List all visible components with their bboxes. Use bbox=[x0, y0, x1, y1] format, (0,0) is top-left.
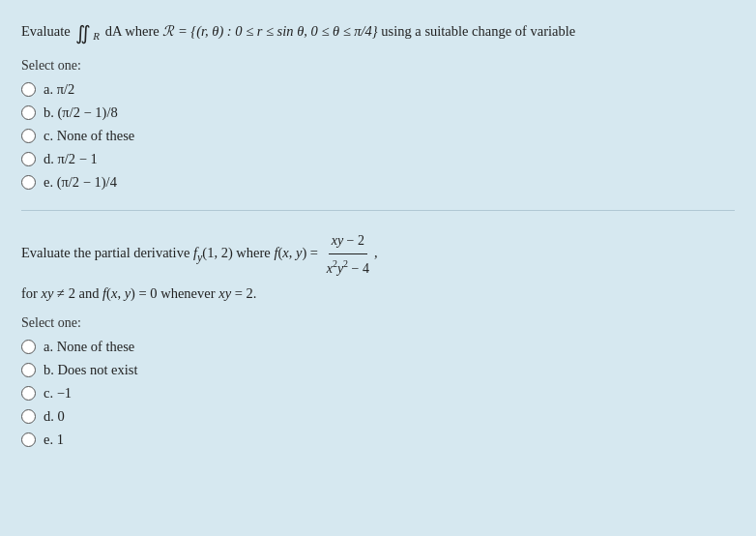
q2-denominator: x2y2 − 4 bbox=[324, 254, 372, 281]
question-2: Evaluate the partial derivative fy(1, 2)… bbox=[21, 228, 735, 448]
q1-option-b[interactable]: b. (π/2 − 1)/8 bbox=[21, 104, 735, 121]
q2-numerator: xy − 2 bbox=[329, 228, 367, 254]
q1-integral: ∬ bbox=[75, 22, 91, 44]
q1-option-e-label: e. (π/2 − 1)/4 bbox=[44, 174, 117, 191]
q2-radio-c[interactable] bbox=[21, 386, 36, 401]
q2-option-c[interactable]: c. −1 bbox=[21, 385, 735, 402]
q1-where: where bbox=[125, 23, 162, 39]
q2-fraction: xy − 2x2y2 − 4 bbox=[324, 228, 372, 281]
q1-option-b-label: b. (π/2 − 1)/8 bbox=[44, 104, 118, 121]
q1-region-def: ℛ = {(r, θ) : 0 ≤ r ≤ sin θ, 0 ≤ θ ≤ π/4… bbox=[162, 23, 377, 39]
q2-option-d-label: d. 0 bbox=[44, 408, 65, 425]
q2-option-a-label: a. None of these bbox=[44, 339, 134, 355]
q1-intro: Evaluate bbox=[21, 23, 71, 39]
q2-select-label: Select one: bbox=[21, 315, 735, 331]
divider bbox=[21, 210, 735, 211]
q2-option-e[interactable]: e. 1 bbox=[21, 432, 735, 448]
q2-radio-a[interactable] bbox=[21, 340, 36, 354]
q1-radio-b[interactable] bbox=[21, 105, 36, 120]
q1-radio-d[interactable] bbox=[21, 152, 36, 166]
q1-integrand: dA bbox=[105, 23, 122, 39]
q2-option-a[interactable]: a. None of these bbox=[21, 339, 735, 355]
q1-option-a[interactable]: a. π/2 bbox=[21, 81, 735, 98]
q2-radio-e[interactable] bbox=[21, 432, 36, 447]
q2-intro: Evaluate the partial derivative bbox=[21, 245, 193, 260]
q2-condition: for xy ≠ 2 and f(x, y) = 0 whenever xy =… bbox=[21, 285, 256, 301]
q2-option-b[interactable]: b. Does not exist bbox=[21, 362, 735, 378]
q1-option-d[interactable]: d. π/2 − 1 bbox=[21, 151, 735, 167]
q1-options: a. π/2 b. (π/2 − 1)/8 c. None of these d… bbox=[21, 81, 735, 191]
q2-options: a. None of these b. Does not exist c. −1… bbox=[21, 339, 735, 448]
q2-comma: , bbox=[374, 245, 378, 260]
q1-select-label: Select one: bbox=[21, 58, 735, 74]
q1-radio-c[interactable] bbox=[21, 129, 36, 143]
q2-point: (1, 2) where f(x, y) = bbox=[202, 245, 321, 260]
q2-radio-d[interactable] bbox=[21, 409, 36, 424]
q1-method: using a suitable change of variable bbox=[381, 23, 575, 39]
q1-option-d-label: d. π/2 − 1 bbox=[44, 151, 98, 167]
q1-text: Evaluate ∬R dA where ℛ = {(r, θ) : 0 ≤ r… bbox=[21, 17, 735, 48]
q2-option-c-label: c. −1 bbox=[44, 385, 72, 402]
q2-option-d[interactable]: d. 0 bbox=[21, 408, 735, 425]
q2-radio-b[interactable] bbox=[21, 363, 36, 377]
q1-radio-a[interactable] bbox=[21, 82, 36, 97]
q1-region-sub: R bbox=[93, 30, 100, 42]
q1-option-a-label: a. π/2 bbox=[44, 81, 74, 98]
q2-text: Evaluate the partial derivative fy(1, 2)… bbox=[21, 228, 735, 306]
q2-option-e-label: e. 1 bbox=[44, 432, 64, 448]
q1-option-c-label: c. None of these bbox=[44, 128, 134, 144]
question-1: Evaluate ∬R dA where ℛ = {(r, θ) : 0 ≤ r… bbox=[21, 17, 735, 191]
q1-radio-e[interactable] bbox=[21, 175, 36, 190]
q2-option-b-label: b. Does not exist bbox=[44, 362, 137, 378]
q1-option-c[interactable]: c. None of these bbox=[21, 128, 735, 144]
q1-option-e[interactable]: e. (π/2 − 1)/4 bbox=[21, 174, 735, 191]
